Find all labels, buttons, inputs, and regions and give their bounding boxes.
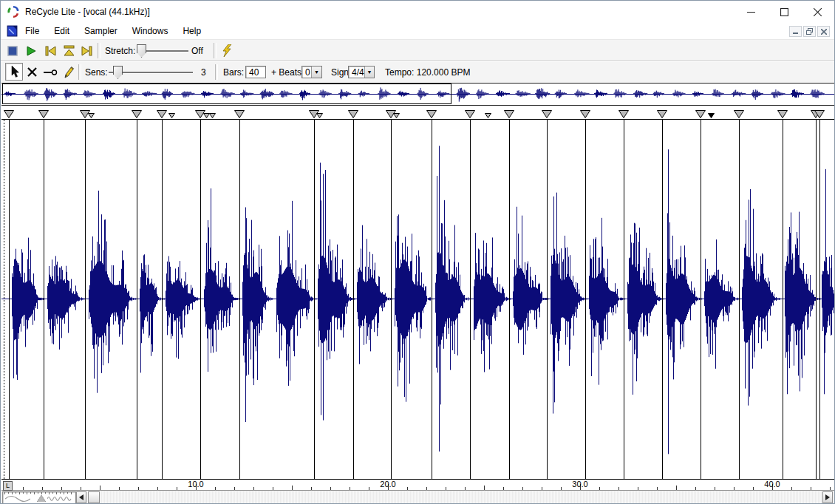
menu-sampler[interactable]: Sampler: [77, 23, 125, 39]
next-button[interactable]: [81, 40, 93, 61]
slice-marker[interactable]: [4, 110, 14, 118]
child-close-button[interactable]: [817, 26, 830, 37]
ruler-tick: [561, 487, 562, 490]
zoom-tick: [45, 492, 46, 494]
slice-marker[interactable]: [348, 110, 358, 118]
zoom-tick: [12, 492, 13, 494]
slice-marker[interactable]: [777, 110, 788, 118]
slice-marker-small[interactable]: [393, 113, 400, 118]
beats-dropdown[interactable]: 0 ▼: [301, 66, 322, 78]
stretch-slider-thumb[interactable]: [137, 44, 146, 58]
zoom-tick: [8, 492, 9, 494]
process-button[interactable]: [222, 40, 233, 61]
scrollbar-track[interactable]: [76, 491, 833, 503]
waveform-canvas[interactable]: [1, 120, 834, 479]
bars-input[interactable]: 40: [245, 66, 266, 78]
zoom-slider-thumb[interactable]: [37, 495, 46, 502]
ruler-tick: [542, 487, 542, 490]
ruler-tick: [695, 487, 696, 490]
slice-marker[interactable]: [542, 110, 552, 118]
waveform-area[interactable]: [1, 120, 834, 479]
slice-marker[interactable]: [618, 110, 629, 118]
slice-marker[interactable]: [657, 110, 667, 118]
scroll-left-button[interactable]: [76, 491, 86, 503]
delete-marker-tool-button[interactable]: [27, 61, 38, 83]
bars-label: Bars:: [223, 61, 244, 83]
maximize-button[interactable]: [768, 1, 801, 23]
pencil-tool-button[interactable]: [63, 61, 75, 83]
close-button[interactable]: [801, 1, 834, 23]
slice-marker[interactable]: [465, 110, 475, 118]
edit-toolbar: Sens: 3 Bars: 40 + Beats: 0 ▼ Sign: 4/4 …: [1, 61, 834, 83]
close-icon: [814, 8, 822, 16]
ruler-tick: [753, 487, 754, 490]
beats-label: + Beats:: [271, 61, 304, 83]
sens-slider[interactable]: [109, 61, 193, 83]
scroll-left-icon: [79, 494, 84, 500]
overview-strip[interactable]: [1, 83, 834, 106]
ruler-tick: [503, 487, 504, 490]
slice-marker[interactable]: [38, 110, 49, 118]
sens-slider-thumb[interactable]: [113, 66, 123, 79]
slice-marker[interactable]: [504, 110, 514, 118]
play-button[interactable]: [25, 40, 37, 61]
slice-marker[interactable]: [695, 110, 706, 118]
menu-windows[interactable]: Windows: [125, 23, 176, 39]
slice-marker-small[interactable]: [168, 113, 175, 118]
slice-marker-small[interactable]: [209, 113, 216, 118]
overview-view-box[interactable]: [2, 84, 451, 104]
beats-dropdown-arrow-icon[interactable]: ▼: [311, 67, 321, 78]
marker-lane[interactable]: [1, 106, 834, 120]
ruler-tick: [100, 486, 100, 490]
scrollbar-thumb[interactable]: [88, 491, 100, 503]
zoom-slider[interactable]: [2, 491, 76, 504]
ruler-tick: [311, 487, 312, 490]
zoom-tick: [30, 492, 31, 494]
scroll-right-button[interactable]: [822, 491, 833, 503]
title-bar[interactable]: ReCycle Lite - [vocal (44.1kHz)]: [1, 1, 834, 23]
slice-marker-small[interactable]: [316, 113, 323, 118]
slice-marker[interactable]: [580, 110, 590, 118]
slice-marker-small[interactable]: [485, 113, 491, 118]
slice-marker[interactable]: [234, 110, 245, 118]
app-icon: [7, 5, 20, 18]
slice-marker[interactable]: [426, 110, 437, 118]
ruler-label: 10.0: [188, 480, 203, 488]
left-locator-box[interactable]: L: [3, 481, 13, 491]
menu-help[interactable]: Help: [175, 23, 208, 39]
slice-marker[interactable]: [734, 110, 744, 118]
previous-button[interactable]: [44, 40, 57, 61]
ruler-tick: [407, 487, 408, 490]
menu-file[interactable]: File: [18, 23, 47, 39]
minimize-button[interactable]: [735, 1, 768, 23]
tempo-display: Tempo: 120.000 BPM: [385, 61, 470, 83]
zoom-tick: [52, 492, 53, 494]
child-minimize-button[interactable]: [789, 26, 802, 37]
zoom-tick: [67, 492, 68, 494]
bar-ruler[interactable]: L 10.020.030.040.0: [1, 479, 834, 491]
ruler-tick: [234, 487, 235, 490]
toolbar-separator: [214, 43, 217, 58]
slice-marker[interactable]: [132, 110, 142, 118]
marker-up-button[interactable]: [63, 40, 75, 61]
next-icon: [81, 45, 93, 57]
zoom-tick: [27, 492, 27, 494]
sign-dropdown[interactable]: 4/4 ▼: [348, 66, 375, 78]
zoom-tick: [71, 492, 72, 494]
sign-dropdown-arrow-icon[interactable]: ▼: [364, 67, 374, 78]
slice-marker[interactable]: [157, 110, 167, 118]
stretch-slider[interactable]: [137, 40, 188, 61]
zoom-tick: [4, 492, 5, 494]
slice-marker-selected[interactable]: [708, 113, 715, 118]
stretch-slider-track[interactable]: [140, 50, 188, 52]
menu-edit[interactable]: Edit: [47, 23, 77, 39]
stop-button[interactable]: [7, 40, 18, 61]
slice-marker-small[interactable]: [88, 113, 95, 118]
stretch-label: Stretch:: [105, 40, 135, 61]
ruler-tick: [465, 487, 466, 490]
sens-value: 3: [201, 61, 206, 83]
arrow-tool-button[interactable]: [5, 64, 23, 80]
child-restore-button[interactable]: [803, 26, 816, 37]
mute-tool-button[interactable]: [43, 61, 58, 83]
slice-marker[interactable]: [814, 110, 825, 118]
